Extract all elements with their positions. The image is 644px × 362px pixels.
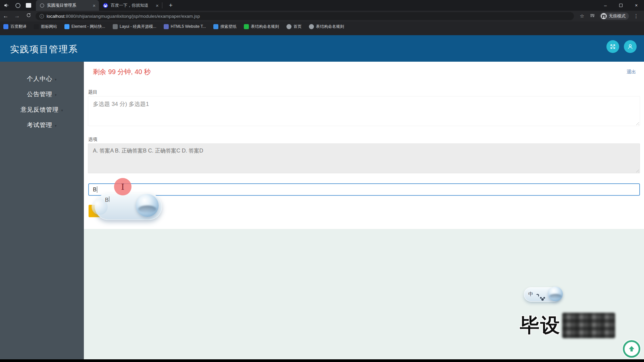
bookmark-label: 搜索壁纸 bbox=[220, 24, 236, 29]
browser-tab-strip: 实践项目管理系 × 百度一下，你就知道 × + – × bbox=[0, 0, 644, 11]
url-text[interactable]: localhost:8080/shijianxiangmuguanlixiton… bbox=[47, 14, 200, 19]
moon-decoration bbox=[535, 295, 538, 298]
sidebar-item-personal-center[interactable]: 个人中心▾ bbox=[0, 71, 84, 86]
water-sphere-decoration bbox=[548, 287, 563, 301]
tab-loading-icon bbox=[40, 3, 44, 8]
text-cursor-icon: I bbox=[121, 182, 124, 192]
answer-value: B bbox=[93, 187, 97, 193]
options-label: 选项 bbox=[88, 136, 97, 142]
volume-icon bbox=[2, 1, 11, 10]
chevron-down-icon: ▾ bbox=[61, 108, 63, 113]
bookmark-item[interactable]: 搜索壁纸 bbox=[213, 23, 236, 30]
bookmark-label: 百度翻译 bbox=[10, 24, 26, 29]
question-label: 题目 bbox=[88, 89, 97, 95]
browser-toolbar: ← → i localhost:8080/shijianxiangmuguanl… bbox=[0, 11, 644, 21]
chevron-down-icon: ▾ bbox=[55, 93, 57, 97]
bookmark-favicon bbox=[3, 24, 8, 29]
bookmark-item[interactable]: 首页 bbox=[286, 23, 302, 30]
watermark-text: 毕设 bbox=[520, 312, 561, 339]
watermark: 毕设 bbox=[520, 312, 615, 339]
bookmark-item[interactable]: Layui - 经典开源模... bbox=[113, 23, 156, 30]
expand-arrows-icon bbox=[609, 43, 616, 50]
tab-close-icon[interactable]: × bbox=[93, 3, 96, 8]
sidebar-item-label: 个人中心 bbox=[27, 75, 52, 83]
url-bar[interactable]: i localhost:8080/shijianxiangmuguanlixit… bbox=[36, 12, 574, 20]
user-icon bbox=[627, 43, 634, 50]
toolbar-right: ☆ 无痕模式 ⋮ bbox=[577, 12, 641, 20]
bookmark-label: Element - 网站快... bbox=[71, 24, 105, 29]
sidebar-item-exam[interactable]: 考试管理▾ bbox=[0, 117, 84, 133]
bookmark-label: 表结构命名规则 bbox=[251, 24, 279, 29]
tab-title: 百度一下，你就知道 bbox=[111, 3, 154, 8]
exit-link[interactable]: 退出 bbox=[627, 69, 636, 75]
sidebar-item-feedback[interactable]: 意见反馈管理▾ bbox=[0, 102, 84, 117]
bookmark-favicon bbox=[113, 24, 118, 29]
bookmarks-bar: 百度翻译 图标网站 Element - 网站快... Layui - 经典开源模… bbox=[0, 21, 644, 35]
answer-input[interactable]: B bbox=[88, 183, 640, 196]
bookmark-item[interactable]: 图标网站 bbox=[34, 23, 57, 30]
refresh-button[interactable] bbox=[23, 13, 34, 19]
resize-grip-icon[interactable] bbox=[635, 121, 639, 125]
chevron-down-icon: ▾ bbox=[55, 124, 57, 128]
back-to-top-button[interactable] bbox=[623, 340, 640, 358]
chevron-down-icon: ▾ bbox=[55, 77, 57, 82]
screen: 实践项目管理系 × 百度一下，你就知道 × + – × ← → i localh… bbox=[0, 0, 644, 362]
forward-button[interactable]: → bbox=[11, 13, 23, 19]
exam-content: 剩余 99 分钟, 40 秒 退出 题目 多选题 34 分) 多选题1 选项 A… bbox=[84, 62, 644, 359]
tab-title: 实践项目管理系 bbox=[47, 3, 91, 8]
bookmark-star-icon[interactable]: ☆ bbox=[580, 13, 584, 19]
url-host: localhost bbox=[47, 14, 64, 19]
reading-list-icon[interactable] bbox=[590, 13, 595, 19]
new-tab-button[interactable]: + bbox=[166, 2, 175, 9]
close-button[interactable]: × bbox=[629, 0, 644, 11]
pinned-tab-window-icon[interactable] bbox=[26, 3, 31, 8]
water-sphere-decoration bbox=[136, 194, 159, 217]
bookmark-favicon bbox=[164, 24, 169, 29]
question-textarea[interactable]: 多选题 34 分) 多选题1 bbox=[88, 96, 640, 126]
pinned-tab-record-icon[interactable] bbox=[15, 3, 20, 8]
profile-button[interactable] bbox=[624, 40, 637, 53]
info-icon[interactable]: i bbox=[40, 14, 44, 18]
browser-tab-exam[interactable]: 实践项目管理系 × bbox=[36, 0, 99, 11]
bookmark-item[interactable]: Element - 网站快... bbox=[64, 23, 105, 30]
bookmark-favicon bbox=[286, 24, 291, 29]
minimize-button[interactable]: – bbox=[598, 0, 613, 11]
back-button[interactable]: ← bbox=[0, 13, 11, 19]
bookmark-label: 首页 bbox=[293, 24, 302, 29]
bookmark-label: 表结构命名规则 bbox=[316, 24, 344, 29]
options-text: A. 答案A B. 正确答案B C. 正确答案C D. 答案D bbox=[93, 148, 203, 154]
question-text: 多选题 34 分) 多选题1 bbox=[93, 101, 149, 107]
bookmark-favicon bbox=[244, 24, 249, 29]
options-textarea[interactable]: A. 答案A B. 正确答案B C. 正确答案C D. 答案D bbox=[88, 143, 640, 173]
fullscreen-button[interactable] bbox=[606, 40, 619, 53]
bookmark-favicon bbox=[64, 24, 69, 29]
bookmark-favicon bbox=[34, 24, 39, 29]
window-controls: – × bbox=[598, 0, 644, 11]
tab-separator bbox=[162, 2, 162, 8]
dots-decoration bbox=[541, 298, 544, 301]
maximize-button[interactable] bbox=[613, 0, 629, 11]
sidebar-item-label: 公告管理 bbox=[27, 90, 52, 98]
exam-timer: 剩余 99 分钟, 40 秒 bbox=[93, 67, 151, 76]
ime-candidate-text: B bbox=[105, 196, 109, 203]
ime-candidate-popup: B bbox=[95, 193, 162, 220]
bookmark-label: 图标网站 bbox=[41, 24, 57, 29]
bookmark-label: HTML5 Website T... bbox=[171, 24, 206, 29]
sidebar-item-announcement[interactable]: 公告管理▾ bbox=[0, 86, 84, 102]
mouse-cursor-highlight: I bbox=[114, 178, 131, 195]
incognito-label: 无痕模式 bbox=[609, 13, 626, 19]
sidebar-item-label: 意见反馈管理 bbox=[20, 106, 59, 114]
tab-close-icon[interactable]: × bbox=[156, 3, 159, 8]
censored-block bbox=[562, 313, 615, 338]
menu-icon[interactable]: ⋮ bbox=[634, 13, 639, 19]
bookmark-item[interactable]: 百度翻译 bbox=[3, 23, 26, 30]
bookmark-item[interactable]: 表结构命名规则 bbox=[244, 23, 279, 30]
text-caret bbox=[109, 196, 109, 202]
incognito-badge: 无痕模式 bbox=[600, 12, 629, 20]
bookmark-item[interactable]: 表结构命名规则 bbox=[309, 23, 344, 30]
bookmark-item[interactable]: HTML5 Website T... bbox=[164, 23, 206, 30]
incognito-icon bbox=[601, 13, 607, 19]
baidu-paw-icon bbox=[103, 3, 108, 8]
resize-grip-icon[interactable] bbox=[635, 168, 639, 172]
browser-tab-baidu[interactable]: 百度一下，你就知道 × bbox=[99, 0, 162, 11]
